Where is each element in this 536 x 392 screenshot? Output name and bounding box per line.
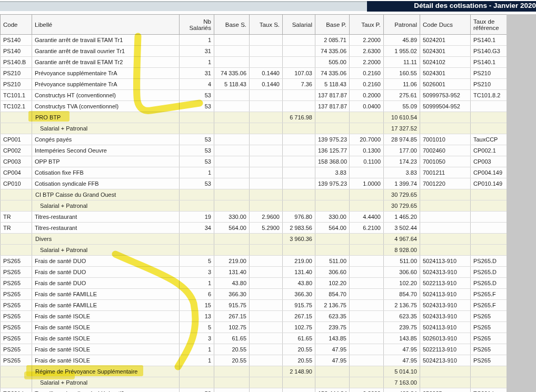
cell-patronal: 3 502.44 [384, 223, 420, 234]
cell-base_s: 74 335.06 [214, 68, 250, 79]
cell-salarial [283, 134, 315, 145]
cell-taux_p: 2.2000 [350, 57, 384, 68]
cell-ducs: 7002460 [420, 145, 471, 156]
cell-taux_s [250, 57, 283, 68]
cell-salarial: 102.75 [283, 322, 315, 333]
table-row[interactable]: PS265Frais de santé DUO5219.00219.00511.… [1, 256, 507, 267]
table-row[interactable]: PS265Frais de santé ISOLE361.6561.65143.… [1, 333, 507, 344]
cell-salarial: 2 148.90 [283, 366, 315, 377]
cell-libelle: PRO BTP [32, 112, 180, 123]
cell-code: PS265 [1, 355, 32, 366]
cell-code: PS140 [1, 46, 32, 57]
table-row[interactable]: PS265Frais de santé ISOLE5102.75102.7523… [1, 322, 507, 333]
cell-nb: 53 [180, 156, 214, 167]
cell-ducs: 7001050 [420, 156, 471, 167]
cell-base_s: 330.00 [214, 212, 250, 223]
cell-taux_p [350, 112, 384, 123]
table-row[interactable]: TC101.1Constructys HT (conventionnel)531… [1, 90, 507, 101]
cell-base_s [214, 123, 250, 134]
table-row[interactable]: CP010Cotisation syndicale FFB53139 975.2… [1, 178, 507, 189]
table-header: CodeLibelléNb SalariésBase S.Taux S.Sala… [1, 15, 507, 35]
cell-base_s [214, 234, 250, 245]
table-row[interactable]: TC001.bTravailleurs handicapés (déclarat… [1, 388, 507, 392]
table-row[interactable]: CP004Cotisation fixe FFB13.833.837001211… [1, 167, 507, 178]
table-row[interactable]: PS265Frais de santé FAMILLE15915.75915.7… [1, 300, 507, 311]
col-header-ducs: Code Ducs [420, 15, 471, 35]
cell-ref: PS265 [471, 322, 507, 333]
cell-taux_s [250, 388, 283, 392]
cell-patronal: 511.00 [384, 256, 420, 267]
cell-code [1, 377, 32, 388]
cell-salarial [283, 167, 315, 178]
table-row[interactable]: PS265Frais de santé ISOLE120.5520.5547.9… [1, 355, 507, 366]
cell-salarial: 20.55 [283, 355, 315, 366]
cell-code: PS210 [1, 79, 32, 90]
table-row[interactable]: TRTitres-restaurant19330.002.9600976.803… [1, 212, 507, 223]
cell-ref: PS265 [471, 333, 507, 344]
cell-base_p [315, 377, 350, 388]
cell-salarial [283, 156, 315, 167]
cell-base_s: 61.65 [214, 333, 250, 344]
cell-libelle: Prévoyance supplémentaire TrA [32, 68, 180, 79]
table-row[interactable]: PS265Frais de santé ISOLE120.5520.5547.9… [1, 344, 507, 355]
cell-nb: 3 [180, 333, 214, 344]
cell-code: PS265 [1, 322, 32, 333]
cell-base_p: 564.00 [315, 223, 350, 234]
cell-ref: CP004.149 [471, 167, 507, 178]
cell-ducs [420, 189, 471, 200]
cell-code [1, 189, 32, 200]
table-row[interactable]: PS265Frais de santé ISOLE13267.15267.156… [1, 311, 507, 322]
cell-ducs [420, 200, 471, 212]
cell-patronal: 1 955.02 [384, 46, 420, 57]
cell-base_p: 47.95 [315, 344, 350, 355]
cell-code: PS265 [1, 344, 32, 355]
cell-ducs: 5026001 [420, 79, 471, 90]
table-row[interactable]: TRTitres-restaurant34564.005.29002 983.5… [1, 223, 507, 234]
cell-nb: 1 [180, 167, 214, 178]
cell-salarial [283, 90, 315, 101]
table-row[interactable]: TC102.1Constructys TVA (conventionnel)53… [1, 101, 507, 112]
table-row[interactable]: PS265Frais de santé DUO143.8043.80102.20… [1, 278, 507, 289]
cell-ducs: 5022113-910 [420, 344, 471, 355]
cell-base_s [214, 112, 250, 123]
cell-taux_p: 1.0000 [350, 178, 384, 189]
subtotal-row: Régime de Prévoyance Supplémentaire2 148… [1, 366, 507, 377]
cell-ref [471, 189, 507, 200]
table-row[interactable]: PS210Prévoyance supplémentaire TrA3174 3… [1, 68, 507, 79]
table-row[interactable]: PS140Garantie arrêt de travail ouvrier T… [1, 46, 507, 57]
cell-libelle: Frais de santé DUO [32, 256, 180, 267]
cell-ducs [420, 112, 471, 123]
cell-taux_s [250, 90, 283, 101]
table-row[interactable]: PS265Frais de santé FAMILLE6366.30366.30… [1, 289, 507, 300]
cell-taux_p [350, 377, 384, 388]
cell-patronal: 17 327.52 [384, 123, 420, 134]
cell-taux_p [350, 333, 384, 344]
cell-patronal: 160.55 [384, 68, 420, 79]
cell-base_s [214, 35, 250, 46]
col-header-patronal: Patronal [384, 15, 420, 35]
cell-patronal: 3.83 [384, 167, 420, 178]
cell-base_p [315, 200, 350, 212]
cell-taux_s [250, 377, 283, 388]
table-row[interactable]: PS265Frais de santé DUO3131.40131.40306.… [1, 267, 507, 278]
cell-base_p: 239.75 [315, 322, 350, 333]
table-row[interactable]: PS140Garantie arrêt de travail ETAM Tr11… [1, 35, 507, 46]
table-row[interactable]: PS140.BGarantie arrêt de travail ETAM Tr… [1, 57, 507, 68]
cell-patronal: 47.95 [384, 344, 420, 355]
col-header-nb: Nb Salariés [180, 15, 214, 35]
cell-taux_s: 2.9600 [250, 212, 283, 223]
table-row[interactable]: PS210Prévoyance supplémentaire TrA45 118… [1, 79, 507, 90]
cell-salarial: 219.00 [283, 256, 315, 267]
cell-ref: PS140.1 [471, 35, 507, 46]
cell-ref: CP003 [471, 156, 507, 167]
table-row[interactable]: CP002Intempéries Second Oeuvre53136 125.… [1, 145, 507, 156]
table-row[interactable]: CP001Congés payés53139 975.2320.700028 9… [1, 134, 507, 145]
cell-base_s: 102.75 [214, 322, 250, 333]
cell-patronal: 1 399.74 [384, 178, 420, 189]
cell-code [1, 123, 32, 134]
table-row[interactable]: CP003OPP BTP53158 368.000.1100174.237001… [1, 156, 507, 167]
cell-taux_p [350, 355, 384, 366]
cell-code: PS265 [1, 256, 32, 267]
cell-taux_s [250, 289, 283, 300]
cell-base_p: 158 368.00 [315, 156, 350, 167]
